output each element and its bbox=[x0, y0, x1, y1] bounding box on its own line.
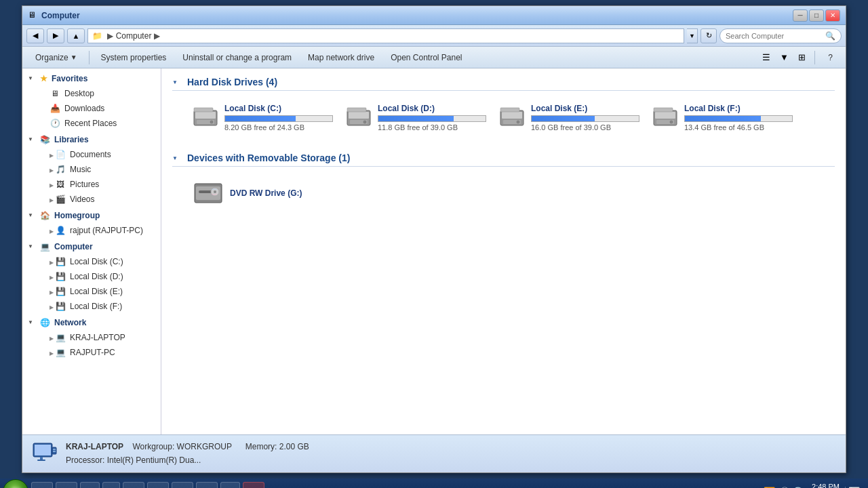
sidebar-item-disk-c[interactable]: 💾 Local Disk (C:) bbox=[22, 254, 161, 269]
removable-collapse-icon[interactable] bbox=[172, 152, 183, 163]
sidebar-item-network2[interactable]: 💻 RAJPUT-PC bbox=[22, 345, 161, 360]
svg-rect-1 bbox=[195, 112, 216, 119]
taskbar-app2[interactable]: 🖥 bbox=[220, 482, 240, 488]
sidebar-section-libraries: 📚 Libraries 📄 Documents 🎵 Music 🖼 Pictu bbox=[22, 132, 161, 207]
sidebar-item-music[interactable]: 🎵 Music bbox=[22, 162, 161, 177]
tray-time-display[interactable]: 2:48 PM 7/18/2013 bbox=[806, 482, 840, 488]
svg-point-3 bbox=[210, 121, 213, 123]
system-properties-button[interactable]: System properties bbox=[94, 49, 174, 66]
videos-expand-icon bbox=[50, 195, 54, 204]
sidebar-header-favorites[interactable]: ★ Favorites bbox=[22, 71, 161, 86]
taskbar-ie[interactable]: 🌐 bbox=[56, 482, 77, 488]
homegroup-user-label: rajput (RAJPUT-PC) bbox=[70, 226, 143, 235]
sidebar-item-desktop[interactable]: 🖥 Desktop bbox=[22, 86, 161, 101]
taskbar-explorer2[interactable]: 🗂 bbox=[80, 482, 100, 488]
hard-disk-collapse-icon[interactable] bbox=[172, 77, 183, 87]
drive-name: Local Disk (F:) bbox=[684, 104, 793, 113]
sidebar-item-disk-e[interactable]: 💾 Local Disk (E:) bbox=[22, 284, 161, 299]
taskbar-firefox[interactable]: 🦊 bbox=[123, 482, 144, 488]
taskbar-cmd[interactable]: ⬛ bbox=[147, 482, 169, 488]
dvd-icon-wrap bbox=[192, 180, 224, 207]
map-drive-button[interactable]: Map network drive bbox=[300, 49, 382, 66]
drive-name: Local Disk (C:) bbox=[224, 104, 333, 113]
sidebar-item-homegroup-user[interactable]: 👤 rajput (RAJPUT-PC) bbox=[22, 223, 161, 238]
sidebar-item-disk-d[interactable]: 💾 Local Disk (D:) bbox=[22, 269, 161, 284]
documents-label: Documents bbox=[70, 150, 111, 159]
refresh-button[interactable]: ↻ bbox=[701, 28, 717, 43]
organize-button[interactable]: Organize ▼ bbox=[28, 49, 85, 66]
svg-rect-14 bbox=[500, 108, 519, 112]
network2-expand-icon bbox=[50, 348, 54, 357]
taskbar-mail[interactable]: 📧 bbox=[172, 482, 193, 488]
sidebar-section-network: 🌐 Network 💻 KRAJ-LAPTOP 💻 RAJPUT-PC bbox=[22, 315, 161, 360]
close-button[interactable]: ✕ bbox=[825, 9, 840, 22]
homegroup-user-icon: 👤 bbox=[55, 225, 66, 236]
titlebar: 🖥 Computer ─ □ ✕ bbox=[22, 6, 846, 25]
network2-label: RAJPUT-PC bbox=[70, 348, 115, 357]
sidebar-header-homegroup[interactable]: 🏠 Homegroup bbox=[22, 208, 161, 223]
drive-item-1[interactable]: Local Disk (D:) 11.8 GB free of 39.0 GB bbox=[340, 99, 483, 139]
sidebar-header-computer[interactable]: 💻 Computer bbox=[22, 239, 161, 254]
up-button[interactable]: ▲ bbox=[67, 28, 85, 43]
downloads-icon: 📥 bbox=[50, 103, 60, 114]
taskbar-explorer[interactable]: 📁 bbox=[31, 482, 53, 488]
toolbar-separator-2 bbox=[814, 51, 815, 64]
drive-item-0[interactable]: Local Disk (C:) 8.20 GB free of 24.3 GB bbox=[187, 99, 330, 139]
drive-info: Local Disk (D:) 11.8 GB free of 39.0 GB bbox=[378, 104, 486, 131]
uninstall-button[interactable]: Uninstall or change a program bbox=[175, 49, 299, 66]
address-box[interactable]: 📁 ▶ Computer ▶ bbox=[87, 28, 684, 43]
start-button[interactable]: ⊞ bbox=[3, 479, 28, 488]
svg-rect-4 bbox=[194, 108, 213, 112]
search-icon[interactable]: 🔍 bbox=[825, 31, 835, 41]
sidebar-item-documents[interactable]: 📄 Documents bbox=[22, 147, 161, 162]
drive-item-2[interactable]: Local Disk (E:) 16.0 GB free of 39.0 GB bbox=[494, 99, 636, 139]
view-icons-button[interactable]: ⊞ bbox=[794, 50, 809, 65]
sidebar-header-libraries[interactable]: 📚 Libraries bbox=[22, 132, 161, 147]
open-control-panel-button[interactable]: Open Control Panel bbox=[383, 49, 469, 66]
favorites-label: Favorites bbox=[52, 74, 87, 83]
homegroup-user-expand-icon bbox=[50, 226, 54, 235]
toolbar: Organize ▼ System properties Uninstall o… bbox=[22, 47, 846, 68]
search-input[interactable] bbox=[726, 32, 823, 40]
address-dropdown[interactable]: ▼ bbox=[687, 28, 698, 43]
drive-item-3[interactable]: Local Disk (F:) 13.4 GB free of 46.5 GB bbox=[647, 99, 789, 139]
drive-name: Local Disk (E:) bbox=[531, 104, 639, 113]
forward-button[interactable]: ▶ bbox=[47, 28, 64, 43]
sidebar-item-recent-places[interactable]: 🕐 Recent Places bbox=[22, 116, 161, 131]
disk-e-expand-icon bbox=[50, 287, 54, 296]
maximize-button[interactable]: □ bbox=[809, 9, 824, 22]
svg-point-8 bbox=[363, 121, 366, 123]
view-details-button[interactable]: ☰ bbox=[759, 50, 774, 65]
recent-places-label: Recent Places bbox=[64, 119, 117, 128]
taskbar-app3[interactable]: 🔴 bbox=[243, 482, 264, 488]
drives-grid: Local Disk (C:) 8.20 GB free of 24.3 GB bbox=[172, 99, 835, 139]
disk-d-label: Local Disk (D:) bbox=[70, 272, 123, 281]
sidebar-item-pictures[interactable]: 🖼 Pictures bbox=[22, 177, 161, 192]
sidebar: ★ Favorites 🖥 Desktop 📥 Downloads 🕐 Rece… bbox=[22, 68, 161, 434]
status-computer-name: KRAJ-LAPTOP bbox=[66, 442, 123, 451]
drive-progress-bar bbox=[531, 115, 639, 122]
sidebar-item-downloads[interactable]: 📥 Downloads bbox=[22, 101, 161, 116]
help-button[interactable]: ? bbox=[821, 49, 840, 66]
removable-section-header: Devices with Removable Storage (1) bbox=[172, 152, 835, 167]
music-icon: 🎵 bbox=[55, 164, 66, 175]
svg-rect-11 bbox=[502, 112, 522, 119]
taskbar-media[interactable]: ▶ bbox=[102, 482, 120, 488]
view-dropdown-button[interactable]: ▼ bbox=[776, 50, 791, 65]
drive-icon-wrap bbox=[192, 104, 219, 131]
drive-size: 16.0 GB free of 39.0 GB bbox=[531, 123, 639, 131]
minimize-button[interactable]: ─ bbox=[793, 9, 808, 22]
taskbar-app1[interactable]: 🔧 bbox=[196, 482, 218, 488]
back-button[interactable]: ◀ bbox=[26, 28, 44, 43]
svg-rect-6 bbox=[349, 112, 369, 119]
svg-point-24 bbox=[214, 190, 216, 193]
sidebar-item-network1[interactable]: 💻 KRAJ-LAPTOP bbox=[22, 330, 161, 345]
sidebar-item-disk-f[interactable]: 💾 Local Disk (F:) bbox=[22, 299, 161, 314]
search-box[interactable]: 🔍 bbox=[719, 28, 842, 43]
sidebar-header-network[interactable]: 🌐 Network bbox=[22, 315, 161, 330]
sidebar-item-videos[interactable]: 🎬 Videos bbox=[22, 192, 161, 207]
network-label: Network bbox=[54, 318, 86, 327]
address-path-text: Computer bbox=[116, 31, 152, 41]
disk-e-icon: 💾 bbox=[55, 286, 66, 297]
dvd-drive-item[interactable]: DVD RW Drive (G:) bbox=[187, 175, 323, 211]
